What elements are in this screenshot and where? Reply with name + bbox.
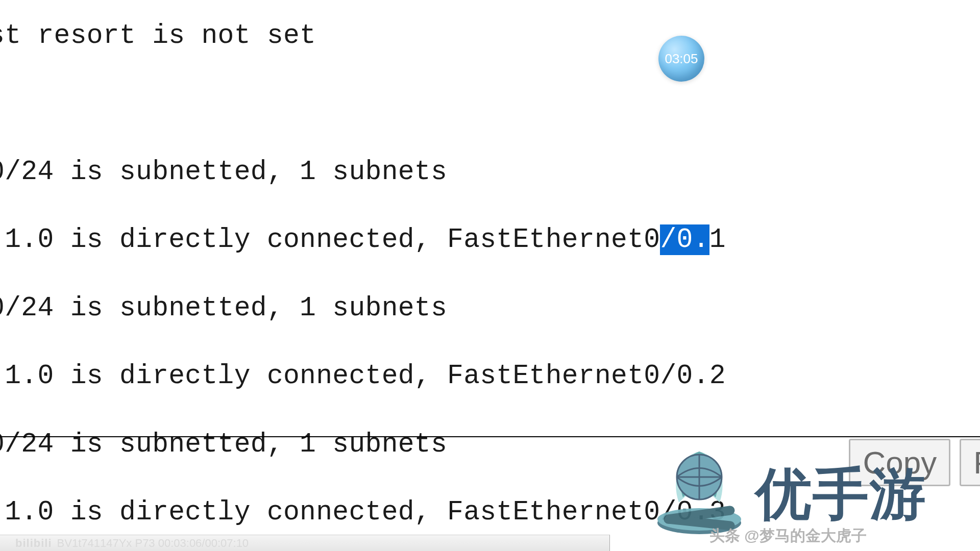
watermark-subtext: 头条 @梦马的金大虎子 <box>709 525 867 546</box>
text-line: 1.1.0 is directly connected, FastEtherne… <box>0 223 980 257</box>
status-bar: bilibili BV1t741147Yx P73 00:03:06/00:07… <box>0 535 610 551</box>
watermark-logo-icon <box>648 439 750 536</box>
text-fragment: 1.1.0 is directly connected, FastEtherne… <box>0 224 660 255</box>
text-line: 1.1.0 is directly connected, FastEtherne… <box>0 359 980 393</box>
pane-divider <box>0 436 980 437</box>
video-info: BV1t741147Yx P73 00:03:06/00:07:10 <box>57 537 249 550</box>
platform-watermark: bilibili <box>15 537 52 550</box>
text-line: .0/24 is subnetted, 1 subnets <box>0 155 980 189</box>
text-line: .0/24 is subnetted, 1 subnets <box>0 291 980 325</box>
paste-button[interactable]: Pa <box>960 439 980 486</box>
watermark-text: 优手游 <box>755 457 927 533</box>
text-line <box>0 87 980 121</box>
timestamp-badge: 03:05 <box>658 36 704 82</box>
selected-text[interactable]: /0. <box>660 224 709 255</box>
text-line: ast resort is not set <box>0 19 980 53</box>
timestamp-text: 03:05 <box>665 51 698 67</box>
text-fragment: 1 <box>709 224 726 255</box>
